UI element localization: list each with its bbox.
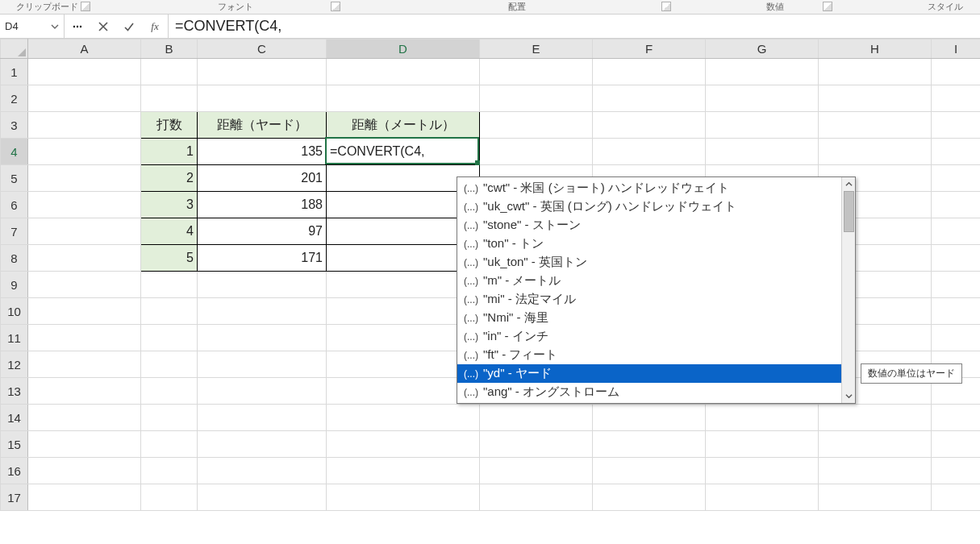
cell[interactable]	[480, 484, 593, 511]
cell[interactable]: 171	[198, 245, 327, 272]
autocomplete-item[interactable]: (...)"cwt" - 米国 (ショート) ハンドレッドウェイト	[457, 179, 841, 197]
cell[interactable]	[480, 431, 593, 458]
cell[interactable]	[28, 139, 141, 165]
cell[interactable]	[819, 484, 932, 511]
cell[interactable]	[327, 405, 480, 431]
cell[interactable]	[198, 298, 327, 325]
ribbon-dialog-launcher-icon[interactable]	[81, 2, 90, 11]
cell[interactable]: 97	[198, 218, 327, 245]
cell[interactable]	[932, 59, 981, 85]
row-header[interactable]: 14	[1, 405, 28, 431]
column-header[interactable]: I	[932, 39, 981, 59]
formula-bar-input[interactable]: =CONVERT(C4,	[169, 15, 980, 38]
cell[interactable]	[198, 351, 327, 378]
cell[interactable]	[480, 112, 593, 139]
cell[interactable]: 4	[141, 218, 198, 245]
cell[interactable]	[28, 458, 141, 484]
cell[interactable]	[141, 431, 198, 458]
cell[interactable]	[141, 272, 198, 298]
autocomplete-item[interactable]: (...)"Nmi" - 海里	[457, 309, 841, 327]
row-header[interactable]: 13	[1, 378, 28, 405]
cell[interactable]	[28, 85, 141, 112]
formula-more-icon[interactable]	[69, 19, 85, 35]
cell[interactable]	[141, 298, 198, 325]
row-header[interactable]: 4	[1, 139, 28, 165]
name-box[interactable]: D4	[0, 15, 65, 38]
cell[interactable]	[480, 139, 593, 165]
cell[interactable]	[932, 325, 981, 351]
scroll-down-icon[interactable]	[842, 389, 855, 403]
scroll-thumb[interactable]	[844, 191, 854, 232]
cell[interactable]	[28, 272, 141, 298]
cell[interactable]	[327, 484, 480, 511]
row-header[interactable]: 10	[1, 298, 28, 325]
row-header[interactable]: 2	[1, 85, 28, 112]
cell[interactable]	[28, 112, 141, 139]
cell[interactable]	[819, 431, 932, 458]
cell[interactable]	[28, 298, 141, 325]
cell[interactable]	[198, 85, 327, 112]
row-header[interactable]: 7	[1, 218, 28, 245]
cell[interactable]	[28, 325, 141, 351]
cell[interactable]	[932, 85, 981, 112]
cell[interactable]	[141, 325, 198, 351]
cell[interactable]	[932, 165, 981, 192]
cell[interactable]	[932, 272, 981, 298]
column-header[interactable]: C	[198, 39, 327, 59]
row-header[interactable]: 17	[1, 484, 28, 511]
autocomplete-item[interactable]: (...)"ton" - トン	[457, 235, 841, 253]
row-header[interactable]: 16	[1, 458, 28, 484]
cell[interactable]	[28, 218, 141, 245]
cell[interactable]	[706, 112, 819, 139]
cancel-icon[interactable]	[95, 19, 111, 35]
cell[interactable]	[141, 59, 198, 85]
cell[interactable]	[327, 458, 480, 484]
cell[interactable]: 135	[198, 139, 327, 165]
autocomplete-item[interactable]: (...)"uk_ton" - 英国トン	[457, 253, 841, 272]
row-header[interactable]: 12	[1, 351, 28, 378]
cell[interactable]	[593, 85, 706, 112]
cell[interactable]	[819, 139, 932, 165]
fx-icon[interactable]: fx	[147, 19, 163, 35]
column-header[interactable]: D	[327, 39, 480, 59]
column-header[interactable]: B	[141, 39, 198, 59]
select-all-corner[interactable]	[1, 39, 28, 59]
cell[interactable]	[593, 59, 706, 85]
cell[interactable]	[198, 405, 327, 431]
column-header[interactable]: H	[819, 39, 932, 59]
cell[interactable]	[28, 484, 141, 511]
cell[interactable]	[593, 112, 706, 139]
cell[interactable]	[932, 139, 981, 165]
cell[interactable]	[593, 458, 706, 484]
cell[interactable]	[932, 431, 981, 458]
cell[interactable]: 5	[141, 245, 198, 272]
row-header[interactable]: 11	[1, 325, 28, 351]
cell[interactable]	[141, 484, 198, 511]
cell[interactable]	[593, 405, 706, 431]
cell[interactable]	[593, 484, 706, 511]
cell[interactable]	[198, 458, 327, 484]
cell[interactable]	[819, 85, 932, 112]
cell[interactable]	[28, 192, 141, 218]
autocomplete-item[interactable]: (...)"ang" - オングストローム	[457, 383, 841, 401]
autocomplete-item[interactable]: (...)"yd" - ヤード	[457, 364, 841, 383]
cell[interactable]	[198, 325, 327, 351]
cell[interactable]	[706, 484, 819, 511]
row-header[interactable]: 9	[1, 272, 28, 298]
cell[interactable]: 距離（メートル）	[327, 112, 480, 139]
cell[interactable]: 打数	[141, 112, 198, 139]
autocomplete-item[interactable]: (...)"stone" - ストーン	[457, 216, 841, 235]
column-header[interactable]: G	[706, 39, 819, 59]
column-header[interactable]: F	[593, 39, 706, 59]
cell[interactable]	[932, 458, 981, 484]
cell[interactable]	[932, 298, 981, 325]
cell[interactable]: =CONVERT(C4,	[327, 139, 480, 165]
autocomplete-item[interactable]: (...)"mi" - 法定マイル	[457, 290, 841, 309]
cell[interactable]: 201	[198, 165, 327, 192]
cell[interactable]	[480, 59, 593, 85]
autocomplete-list[interactable]: (...)"cwt" - 米国 (ショート) ハンドレッドウェイト(...)"u…	[457, 177, 841, 403]
cell[interactable]	[819, 112, 932, 139]
cell[interactable]	[327, 85, 480, 112]
cell[interactable]	[28, 59, 141, 85]
cell[interactable]	[480, 85, 593, 112]
